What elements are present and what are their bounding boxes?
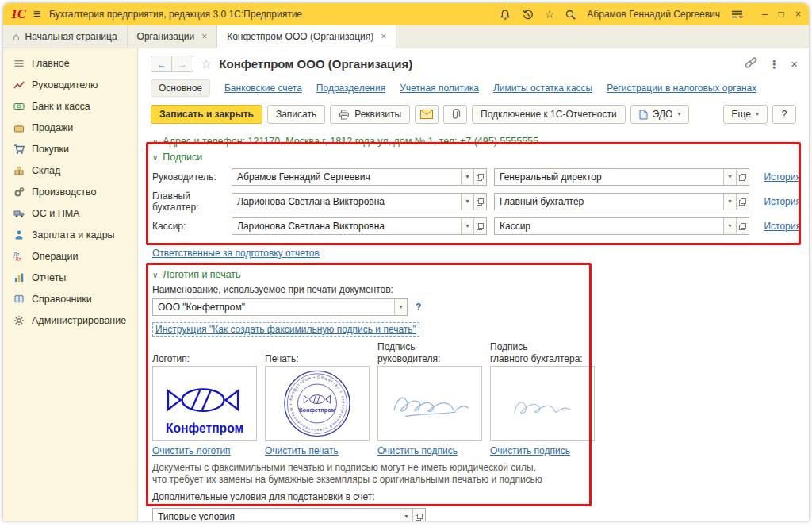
nav-registracii[interactable]: Регистрации в налоговых органах	[607, 83, 756, 94]
close-window-button[interactable]: ×	[795, 10, 801, 19]
open-button[interactable]	[473, 218, 486, 234]
history-link[interactable]: История	[764, 196, 801, 207]
form-header: ← → ☆ Конфетпром ООО (Организация) ⋮ ×	[138, 48, 809, 75]
dropdown-button[interactable]: ▾	[461, 169, 473, 185]
save-button[interactable]: Записать	[267, 105, 325, 124]
chevron-down-icon: ▾	[465, 198, 469, 205]
more-actions-icon[interactable]: ⋮	[768, 58, 779, 71]
dropdown-button[interactable]: ▾	[461, 194, 473, 210]
clear-stamp-link[interactable]: Очистить печать	[265, 445, 370, 456]
print-name-input[interactable]	[153, 299, 394, 315]
connect-1c-reporting-button[interactable]: Подключение к 1С-Отчетности	[472, 105, 626, 124]
requisites-button[interactable]: Реквизиты	[330, 105, 410, 124]
group-address-phone[interactable]: ∨ Адрес и телефон: 121170, Москва г, 181…	[152, 135, 801, 148]
book-icon	[13, 294, 25, 305]
forward-button[interactable]: →	[172, 56, 193, 72]
cashier-position-input[interactable]	[495, 218, 723, 234]
sidebar-item-zarplata-kadry[interactable]: Зарплата и кадры	[3, 224, 137, 245]
group-signatures[interactable]: ∨ Подписи	[152, 152, 801, 163]
favorite-star-icon[interactable]: ☆	[201, 56, 212, 71]
additional-terms-input[interactable]	[153, 509, 400, 521]
help-button[interactable]: ?	[772, 105, 796, 124]
sidebar-item-os-nma[interactable]: ОС и НМА	[3, 202, 137, 224]
chevron-down-icon: ▾	[728, 174, 731, 180]
history-link[interactable]: История	[764, 171, 801, 183]
group-logo-print[interactable]: ∨ Логотип и печать	[152, 269, 801, 280]
open-button[interactable]	[736, 218, 749, 234]
dropdown-button[interactable]: ▾	[723, 169, 736, 185]
nav-uchetnaya-politika[interactable]: Учетная политика	[400, 83, 479, 94]
truck-icon	[13, 208, 25, 219]
chief-accountant-name-input[interactable]	[232, 194, 461, 210]
dropdown-button[interactable]: ▾	[723, 218, 736, 234]
clear-accountant-signature-link[interactable]: Очистить подпись	[490, 445, 595, 456]
nav-podrazdeleniya[interactable]: Подразделения	[316, 83, 385, 94]
director-name-input[interactable]	[232, 169, 461, 185]
cashier-name-input[interactable]	[232, 218, 461, 234]
director-position-input[interactable]	[495, 169, 723, 185]
open-button[interactable]	[412, 509, 425, 521]
tab-home[interactable]: ⌂ Начальная страница	[3, 25, 128, 48]
sidebar-item-pokupki[interactable]: Покупки	[3, 138, 137, 160]
dropdown-button[interactable]: ▾	[723, 194, 736, 210]
stamp-column: Печать: Общество с ограниченной ответств…	[265, 340, 370, 456]
sidebar-item-rukovoditelyu[interactable]: Руководителю	[3, 74, 137, 95]
more-button[interactable]: Еще▾	[723, 105, 768, 124]
open-button[interactable]	[736, 194, 749, 210]
form-nav-links: Основное Банковские счета Подразделения …	[138, 75, 809, 104]
open-button[interactable]	[473, 194, 486, 210]
close-tab-icon[interactable]: ×	[201, 31, 207, 42]
history-icon[interactable]	[522, 9, 534, 21]
nav-limity-kassy[interactable]: Лимиты остатка кассы	[493, 83, 592, 94]
service-menu-icon[interactable]	[730, 9, 744, 20]
sidebar-item-otchety[interactable]: Отчеты	[3, 267, 137, 288]
director-signature-drawing	[378, 367, 481, 440]
svg-text:Кт: Кт	[16, 256, 21, 262]
chief-accountant-position-input[interactable]	[495, 194, 723, 210]
logo-column: Логотип:	[152, 340, 257, 456]
save-close-button[interactable]: Записать и закрыть	[151, 105, 262, 124]
sidebar-item-sklad[interactable]: Склад	[3, 160, 137, 181]
sidebar-item-proizvodstvo[interactable]: Производство	[3, 181, 137, 202]
maximize-button[interactable]: □	[779, 10, 784, 19]
facsimile-instruction-link[interactable]: Инструкция "Как создать факсимильную под…	[152, 322, 419, 337]
sidebar-item-bank-kassa[interactable]: Банк и касса	[3, 95, 137, 117]
accountant-signature-column: Подпись главного бухгалтера: Очистить по…	[490, 340, 595, 456]
get-link-icon[interactable]	[745, 56, 757, 71]
email-button[interactable]	[415, 105, 439, 124]
dropdown-button[interactable]: ▾	[394, 299, 407, 315]
close-tab-icon[interactable]: ×	[381, 31, 386, 42]
open-button[interactable]	[736, 169, 749, 185]
notifications-bell-icon[interactable]	[499, 9, 511, 21]
search-icon[interactable]	[565, 9, 576, 21]
chevron-down-icon: ▾	[756, 111, 759, 117]
dropdown-button[interactable]: ▾	[461, 218, 473, 234]
tab-home-label: Начальная страница	[25, 31, 117, 42]
responsible-for-reports-link[interactable]: Ответственные за подготовку отчетов	[152, 248, 320, 259]
history-link[interactable]: История	[764, 221, 801, 232]
sidebar-item-glavnoe[interactable]: Главное	[3, 52, 137, 74]
sidebar-item-spravochniki[interactable]: Справочники	[3, 288, 137, 310]
nav-bank-accounts[interactable]: Банковские счета	[224, 83, 302, 94]
open-button[interactable]	[473, 169, 486, 185]
back-button[interactable]: ←	[151, 56, 172, 72]
clear-director-signature-link[interactable]: Очистить подпись	[377, 445, 482, 456]
edo-button[interactable]: ЭДО ▾	[630, 105, 690, 124]
field-help-icon[interactable]: ?	[416, 302, 421, 313]
tab-organizations[interactable]: Организации ×	[128, 25, 218, 48]
sidebar-item-prodazhi[interactable]: Продажи	[3, 117, 137, 138]
nav-osnovnoe[interactable]: Основное	[151, 79, 210, 97]
close-form-icon[interactable]: ×	[791, 57, 798, 71]
cashier-position-field: ▾	[494, 217, 749, 235]
clear-logo-link[interactable]: Очистить логотип	[152, 445, 257, 456]
gears-icon	[13, 187, 25, 198]
current-user[interactable]: Абрамов Геннадий Сергеевич	[587, 9, 720, 20]
sidebar-item-operacii[interactable]: ДтКт Операции	[3, 245, 137, 267]
main-menu-icon[interactable]: ≡	[33, 8, 40, 21]
minimize-button[interactable]: –	[762, 10, 768, 19]
sidebar-item-administrirovanie[interactable]: Администрирование	[3, 310, 137, 331]
favorites-star-icon[interactable]: ☆	[545, 8, 555, 21]
tab-konfetprom[interactable]: Конфетпром ООО (Организация) ×	[217, 25, 396, 48]
attachment-button[interactable]	[443, 105, 467, 124]
dropdown-button[interactable]: ▾	[400, 509, 412, 521]
